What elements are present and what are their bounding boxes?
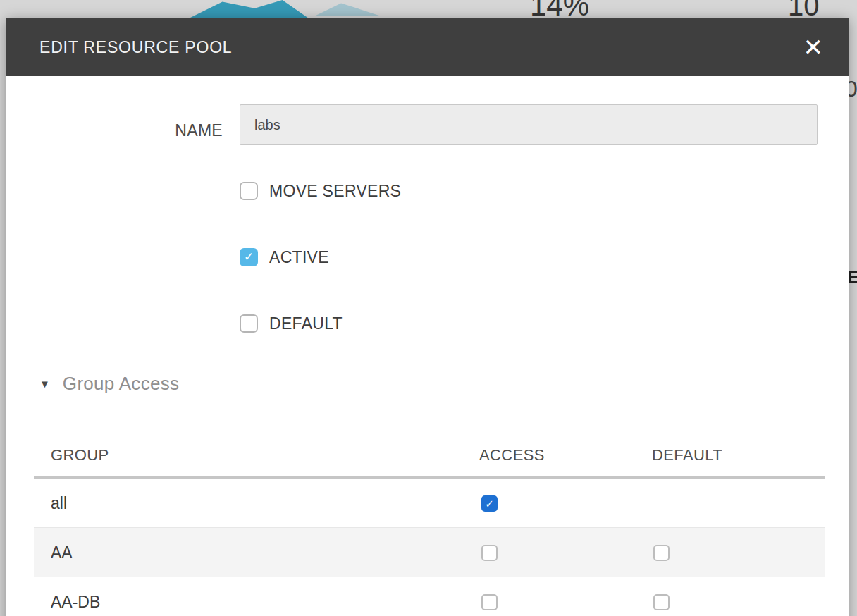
name-field-label: NAME [6, 120, 223, 141]
group-access-section-label: Group Access [63, 373, 179, 395]
access-checkbox-aa[interactable] [481, 545, 498, 561]
dialog-header: EDIT RESOURCE POOL ✕ [6, 18, 849, 76]
default-checkbox-aa-db[interactable] [653, 594, 670, 610]
table-row: AA-DB [34, 577, 825, 616]
group-access-table: all AA AA-DB [34, 479, 825, 616]
access-checkbox-all[interactable] [481, 495, 498, 512]
column-header-access: ACCESS [479, 446, 545, 464]
access-checkbox-aa-db[interactable] [481, 594, 498, 610]
column-header-default: DEFAULT [652, 446, 722, 464]
group-name: AA [51, 528, 73, 577]
edit-resource-pool-dialog: EDIT RESOURCE POOL ✕ NAME MOVE SERVERS A… [6, 18, 849, 616]
active-checkbox[interactable] [240, 248, 258, 266]
column-header-group: GROUP [51, 446, 109, 464]
default-label: DEFAULT [269, 314, 343, 333]
table-row: AA [34, 528, 825, 577]
chevron-down-icon: ▼ [39, 378, 50, 390]
default-checkbox-aa[interactable] [653, 545, 670, 561]
table-row: all [34, 479, 825, 528]
section-divider [39, 402, 818, 402]
group-name: all [51, 479, 67, 528]
group-access-section-toggle[interactable]: ▼ Group Access [39, 371, 179, 396]
move-servers-checkbox-row[interactable]: MOVE SERVERS [240, 180, 401, 202]
close-icon[interactable]: ✕ [799, 18, 828, 76]
move-servers-checkbox[interactable] [240, 182, 258, 200]
page: 14% 10 0 E EDIT RESOURCE POOL ✕ NAME MOV… [0, 0, 857, 616]
active-label: ACTIVE [269, 248, 329, 267]
name-input[interactable] [240, 104, 818, 145]
move-servers-label: MOVE SERVERS [269, 182, 401, 201]
default-checkbox[interactable] [240, 314, 258, 333]
active-checkbox-row[interactable]: ACTIVE [240, 246, 329, 269]
dialog-title: EDIT RESOURCE POOL [39, 18, 232, 76]
group-name: AA-DB [51, 577, 100, 616]
default-checkbox-row[interactable]: DEFAULT [240, 312, 343, 335]
